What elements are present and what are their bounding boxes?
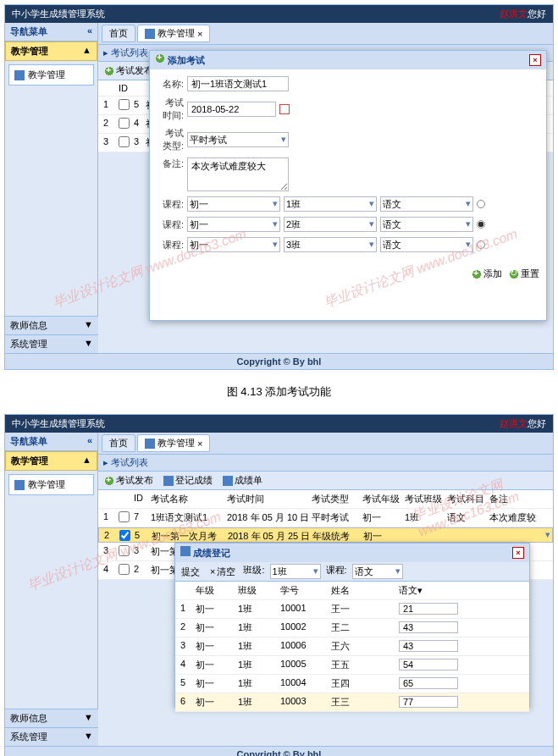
date-input[interactable] [187, 102, 276, 117]
app-title: 中小学生成绩管理系统 [12, 8, 105, 20]
chevron-down-icon: ▼ [84, 319, 93, 332]
app-title: 中小学生成绩管理系统 [12, 417, 105, 430]
row-checkbox[interactable] [119, 118, 130, 129]
grid-row[interactable]: 171班语文测试12018 年 05 月 10 日平时考试初一1班语文本次难度较… [98, 509, 553, 527]
submit-button[interactable]: 提交 [179, 564, 202, 579]
type-select[interactable]: 平时考试 [187, 132, 289, 147]
manage-icon [14, 70, 25, 80]
score-input[interactable] [399, 677, 458, 689]
grid-row[interactable]: 3初一1班10006王六 [175, 637, 529, 656]
sidebar-item-teaching[interactable]: 教学管理 [8, 64, 94, 86]
tab-home[interactable]: 首页 [102, 25, 135, 42]
course-radio[interactable] [477, 220, 485, 229]
calendar-icon[interactable] [279, 104, 290, 114]
figure-caption: 图 4.13 添加考试功能 [0, 374, 558, 410]
add-icon [104, 66, 114, 76]
row-checkbox[interactable] [119, 545, 130, 556]
grade-select[interactable]: 初一 [187, 217, 280, 232]
collapse-icon[interactable]: « [87, 25, 92, 38]
app-1: 中小学生成绩管理系统 赵洪文您好 导航菜单« 教学管理▲ 教学管理 教师信息▼ … [4, 4, 554, 370]
add-icon [104, 476, 114, 486]
chevron-down-icon: ▼ [84, 731, 93, 743]
sidebar: 导航菜单« 教学管理▲ 教学管理 教师信息▼ 系统管理▼ [5, 433, 98, 746]
toolbar: 考试发布 登记成绩 成绩单 [98, 472, 553, 490]
grid-row[interactable]: 6初一1班10003王三 [175, 693, 529, 712]
course-radio[interactable] [477, 200, 485, 208]
add-icon [472, 269, 482, 279]
app-header: 中小学生成绩管理系统 赵洪文您好 [5, 5, 553, 23]
close-icon[interactable]: × [197, 29, 202, 39]
grid-header: 年级 班级 学号 姓名 语文▾ [175, 582, 529, 600]
accordion-teacher[interactable]: 教师信息▼ [5, 316, 98, 334]
class-select[interactable]: 1班 [284, 196, 377, 212]
class-select[interactable]: 2班 [284, 217, 377, 232]
chevron-down-icon: ▼ [84, 338, 93, 350]
grid-row[interactable]: 4初一1班10005王五 [175, 656, 529, 675]
class-select[interactable]: 3班 [284, 237, 377, 252]
publish-button[interactable]: 考试发布 [102, 473, 156, 488]
footer: Copyright © By bhl [5, 746, 553, 756]
close-icon[interactable]: × [529, 54, 541, 66]
add-button[interactable]: 添加 [472, 268, 502, 280]
tab-teaching[interactable]: 教学管理× [137, 25, 210, 42]
dialog-footer: 添加 重置 [150, 264, 546, 284]
reset-button[interactable]: 重置 [509, 268, 539, 280]
note-textarea[interactable] [187, 157, 289, 191]
chevron-up-icon: ▲ [82, 455, 91, 467]
score-input[interactable] [399, 640, 458, 652]
dialog-header[interactable]: 成绩登记× [175, 544, 529, 562]
footer: Copyright © By bhl [5, 353, 553, 369]
accordion-teacher[interactable]: 教师信息▼ [5, 709, 98, 727]
tab-bar: 首页 教学管理× [98, 433, 553, 455]
row-checkbox[interactable] [119, 511, 130, 522]
clear-button[interactable]: × 清空 [207, 564, 238, 579]
grade-select[interactable]: 初一 [187, 237, 280, 252]
tab-home[interactable]: 首页 [102, 434, 135, 452]
subject-select[interactable]: 语文 [380, 196, 473, 212]
grid-row[interactable]: 25初一第一次月考2018 年 05 月 25 日年级统考初一 [98, 527, 553, 543]
doc-icon [180, 546, 191, 556]
accordion-teaching[interactable]: 教学管理▲ [5, 41, 97, 61]
grid-row[interactable]: 5初一1班10004王四 [175, 675, 529, 693]
course-select[interactable]: 语文 [352, 564, 403, 579]
user-greeting: 赵洪文您好 [500, 417, 546, 430]
publish-button[interactable]: 考试发布 [102, 63, 156, 78]
grid-row[interactable]: 1初一1班10001王一 [175, 600, 529, 619]
accordion-teaching[interactable]: 教学管理▲ [5, 451, 97, 471]
grade-select[interactable]: 初一 [187, 196, 280, 212]
tab-teaching[interactable]: 教学管理× [137, 434, 210, 452]
subject-select[interactable]: 语文 [380, 237, 473, 252]
row-checkbox[interactable] [119, 564, 130, 575]
score-input[interactable] [399, 603, 458, 615]
row-checkbox[interactable] [119, 99, 130, 110]
dialog-body: 名称: 考试时间: 考试类型:平时考试 备注: 课程:初一1班语文 课程:初一2… [150, 69, 546, 264]
accordion-system[interactable]: 系统管理▼ [5, 727, 98, 746]
name-input[interactable] [187, 76, 289, 91]
score-input[interactable] [399, 659, 458, 670]
reset-icon [509, 269, 519, 279]
app-2: 中小学生成绩管理系统 赵洪文您好 导航菜单« 教学管理▲ 教学管理 教师信息▼ … [4, 414, 554, 756]
dialog-toolbar: 提交 × 清空 班级: 1班 课程: 语文 [175, 562, 529, 582]
score-input[interactable] [399, 621, 458, 633]
close-icon[interactable]: × [512, 547, 524, 559]
accordion-system[interactable]: 系统管理▼ [5, 334, 98, 353]
sidebar-item-teaching[interactable]: 教学管理 [8, 474, 94, 495]
subject-select[interactable]: 语文 [380, 217, 473, 232]
dialog-header[interactable]: 添加考试× [150, 51, 546, 69]
row-checkbox[interactable] [119, 530, 130, 541]
class-select[interactable]: 1班 [270, 564, 321, 579]
manage-icon [145, 29, 155, 39]
register-score-button[interactable]: 登记成绩 [161, 473, 215, 488]
report-button[interactable]: 成绩单 [220, 473, 265, 488]
collapse-icon[interactable]: « [87, 435, 92, 448]
row-checkbox[interactable] [119, 136, 130, 147]
sidebar-header: 导航菜单« [5, 23, 97, 41]
doc-icon [163, 476, 174, 486]
close-icon[interactable]: × [197, 439, 202, 449]
score-input[interactable] [399, 696, 458, 708]
grid-row[interactable]: 2初一1班10002王二 [175, 619, 529, 637]
sidebar: 导航菜单« 教学管理▲ 教学管理 教师信息▼ 系统管理▼ [5, 23, 98, 353]
grid-header: ID 考试名称 考试时间 考试类型 考试年级 考试班级 考试科目 备注 [98, 490, 553, 509]
doc-icon [223, 476, 233, 486]
course-radio[interactable] [477, 240, 485, 249]
